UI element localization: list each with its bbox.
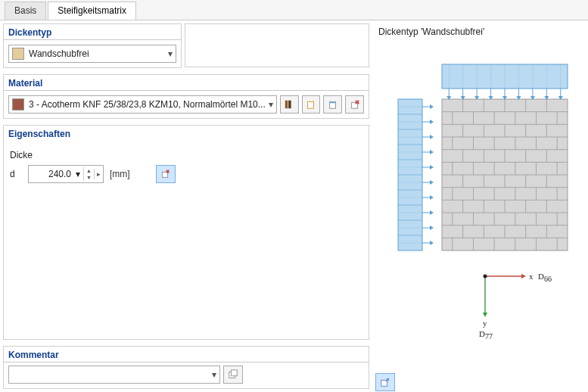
- tab-basis[interactable]: Basis: [5, 2, 46, 20]
- d-unit: [mm]: [110, 169, 130, 179]
- material-library-button[interactable]: [280, 95, 299, 114]
- svg-point-164: [484, 275, 487, 278]
- svg-rect-0: [285, 101, 288, 109]
- svg-marker-161: [521, 274, 526, 278]
- svg-marker-125: [430, 120, 434, 124]
- d-value: 240.0: [29, 169, 73, 179]
- dickentyp-value: Wandschubfrei: [29, 48, 165, 59]
- svg-marker-3: [313, 100, 315, 101]
- eigenschaften-panel: Dicke d 240.0 ▾ ▲▼ ▸ [mm]: [3, 141, 369, 340]
- svg-marker-131: [430, 150, 434, 154]
- material-edit-button[interactable]: [323, 95, 342, 114]
- wall-diagram: xD66yD77: [375, 42, 587, 367]
- svg-marker-134: [430, 165, 434, 170]
- preview-title: Dickentyp 'Wandschubfrei': [372, 20, 588, 39]
- chevron-down-icon: ▾: [73, 169, 83, 179]
- svg-text:y: y: [483, 319, 487, 328]
- legend-eigenschaften: Eigenschaften: [3, 125, 369, 141]
- tab-steifigkeitsmatrix[interactable]: Steifigkeitsmatrix: [48, 2, 136, 20]
- material-value: 3 - Acotherm KNF 25/38/23,8 KZM10, Norma…: [29, 99, 266, 110]
- combo-kommentar[interactable]: ▾: [8, 366, 220, 384]
- svg-marker-149: [430, 241, 434, 245]
- chevron-down-icon: ▾: [168, 48, 173, 59]
- d-spinner[interactable]: ▲▼: [83, 167, 94, 181]
- d-input[interactable]: 240.0 ▾ ▲▼ ▸: [28, 165, 104, 183]
- dicke-label: Dicke: [10, 150, 362, 160]
- material-delete-button[interactable]: [345, 95, 364, 114]
- blank-info-panel: [185, 23, 369, 67]
- svg-marker-140: [430, 195, 434, 200]
- d-stepper[interactable]: ▸: [94, 169, 103, 179]
- material-new-button[interactable]: [302, 95, 321, 114]
- svg-marker-137: [430, 180, 434, 185]
- svg-text:D77: D77: [479, 329, 493, 341]
- swatch-icon: [12, 48, 24, 60]
- preview-reset-button[interactable]: [375, 373, 395, 391]
- material-swatch-icon: [12, 98, 24, 110]
- svg-text:D66: D66: [538, 272, 552, 283]
- chevron-down-icon: ▾: [212, 369, 216, 380]
- svg-marker-122: [430, 104, 434, 109]
- svg-marker-163: [483, 313, 487, 317]
- d-pick-button[interactable]: [156, 165, 176, 183]
- legend-dickentyp: Dickentyp: [4, 24, 181, 40]
- svg-rect-1: [288, 101, 291, 109]
- d-symbol: d: [10, 169, 22, 179]
- svg-rect-13: [231, 370, 237, 376]
- tab-bar: Basis Steifigkeitsmatrix: [0, 0, 588, 20]
- kommentar-apply-button[interactable]: [223, 366, 243, 384]
- svg-marker-128: [430, 135, 434, 139]
- legend-material: Material: [4, 75, 369, 91]
- legend-kommentar: Kommentar: [4, 347, 369, 362]
- svg-text:x: x: [529, 272, 534, 281]
- combo-material[interactable]: 3 - Acotherm KNF 25/38/23,8 KZM10, Norma…: [8, 95, 277, 114]
- svg-marker-143: [430, 210, 434, 215]
- svg-rect-2: [308, 102, 314, 109]
- svg-marker-146: [430, 226, 434, 230]
- preview-canvas: xD66yD77: [375, 42, 587, 369]
- svg-rect-5: [329, 102, 335, 104]
- combo-dickentyp[interactable]: Wandschubfrei ▾: [8, 45, 176, 63]
- chevron-down-icon: ▾: [269, 99, 273, 110]
